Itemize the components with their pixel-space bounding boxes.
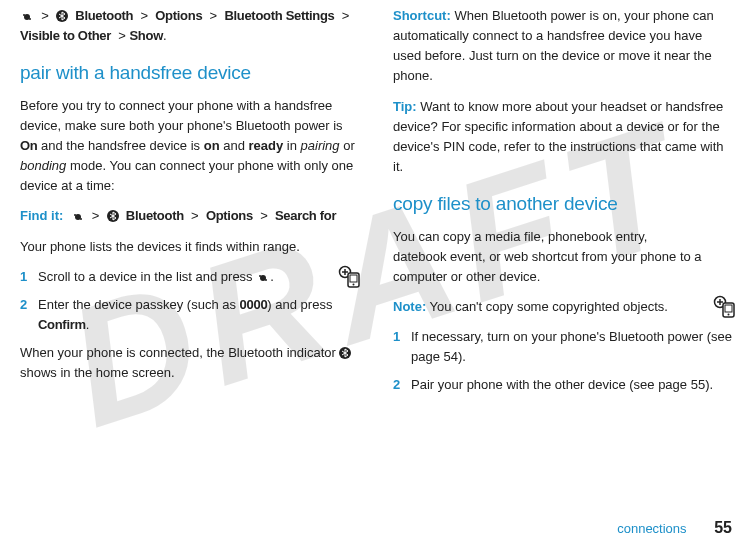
pairing-italic: pairing [301,138,340,153]
svg-point-6 [80,218,82,220]
tip-para: Tip: Want to know more about your headse… [393,97,732,178]
note-para: Note: You can't copy some copyrighted ob… [393,297,732,317]
shortcut-para: Shortcut: When Bluetooth power is on, yo… [393,6,732,87]
t: or [340,138,355,153]
t: in [283,138,300,153]
nav-dot-icon [71,212,85,222]
heading-pair: pair with a handsfree device [20,58,359,87]
gt: > [191,208,199,223]
devices-listed: Your phone lists the devices it finds wi… [20,237,359,257]
gt: > [342,8,350,23]
nav-dot-icon [256,273,270,283]
shortcut-lead: Shortcut: [393,8,451,23]
nav-btsettings: Bluetooth Settings [224,8,334,23]
step-text: Pair your phone with the other device (s… [411,375,732,395]
gt: > [210,8,218,23]
copy-intro: You can copy a media file, phonebook ent… [393,227,732,287]
t: . [86,317,90,332]
step-number: 1 [393,327,411,367]
t: Enter the device passkey (such as [38,297,240,312]
t: shows in the home screen. [20,365,175,380]
heading-copy: copy files to another device [393,189,732,218]
find-it-lead: Find it: [20,208,63,223]
right-column: Shortcut: When Bluetooth power is on, yo… [393,6,732,404]
svg-point-2 [29,18,31,20]
t: mode. You can connect your phone with on… [20,158,353,193]
step-2: 2 Pair your phone with the other device … [393,375,732,395]
t: When your phone is connected, the Blueto… [20,345,339,360]
on-label: On [20,138,37,153]
bonding-italic: bonding [20,158,66,173]
t: Scroll to a device in the list and press [38,269,256,284]
page-footer: connections 55 [617,516,732,541]
svg-point-13 [353,284,355,286]
nav-bt: Bluetooth [75,8,133,23]
nav-show: Show [130,28,163,43]
confirm-label: Confirm [38,317,86,332]
footer-page-number: 55 [714,519,732,536]
tip-lead: Tip: [393,99,417,114]
svg-point-23 [728,314,730,316]
ready-inline: ready [249,138,284,153]
nav-visible: Visible to Other [20,28,111,43]
nav-breadcrumb: > Bluetooth > Options > Bluetooth Settin… [20,6,359,46]
step-text: Scroll to a device in the list and press… [38,267,359,287]
findit-bt: Bluetooth [126,208,184,223]
step-2: 2 Enter the device passkey (such as 0000… [20,295,359,335]
on-inline: on [204,138,220,153]
t: and the handsfree device is [37,138,203,153]
pair-intro: Before you try to connect your phone wit… [20,96,359,197]
tip-body: Want to know more about your headset or … [393,99,724,174]
findit-options: Options [206,208,253,223]
connected-para: When your phone is connected, the Blueto… [20,343,359,383]
footer-section: connections [617,521,686,536]
t: ) and press [267,297,332,312]
step-1: 1 If necessary, turn on your phone's Blu… [393,327,732,367]
step-number: 2 [20,295,38,335]
left-column: > Bluetooth > Options > Bluetooth Settin… [20,6,359,404]
note-lead: Note: [393,299,426,314]
note-body: You can't copy some copyrighted objects. [426,299,668,314]
step-number: 1 [20,267,38,287]
t: . [270,269,274,284]
gt: > [41,8,49,23]
step-number: 2 [393,375,411,395]
bluetooth-icon [56,10,68,22]
gt: > [118,28,126,43]
bluetooth-pair-icon [712,294,738,320]
t: and [220,138,249,153]
code-0000: 0000 [240,297,268,312]
findit-search: Search for [275,208,336,223]
page-body: > Bluetooth > Options > Bluetooth Settin… [0,0,756,410]
step-1: 1 Scroll to a device in the list and pre… [20,267,359,287]
nav-options: Options [155,8,202,23]
bluetooth-icon [107,210,119,222]
gt: > [140,8,148,23]
gt: > [260,208,268,223]
gt: > [92,208,100,223]
find-it-line: Find it: > Bluetooth > Options > Search … [20,206,359,226]
bluetooth-indicator-icon [339,347,351,359]
svg-point-16 [265,279,267,281]
step-text: If necessary, turn on your phone's Bluet… [411,327,732,367]
nav-dot-icon [20,12,34,22]
t: Before you try to connect your phone wit… [20,98,343,133]
bluetooth-pair-icon [337,264,363,290]
step-text: Enter the device passkey (such as 0000) … [38,295,359,335]
